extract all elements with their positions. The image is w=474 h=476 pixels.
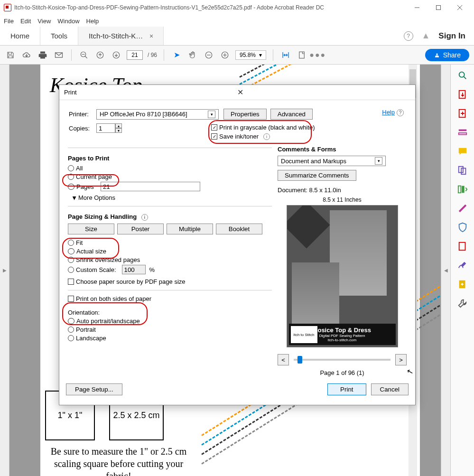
custom-scale-input[interactable] [122, 265, 146, 274]
menu-window[interactable]: Window [57, 18, 79, 25]
properties-button[interactable]: Properties [223, 109, 267, 120]
summarize-comments-button[interactable]: Summarize Comments [278, 170, 356, 181]
multiple-button[interactable]: Multiple [167, 224, 213, 234]
radio-shrink[interactable] [68, 257, 74, 263]
save-ink-label: Save ink/toner [219, 133, 259, 140]
comments-forms-header: Comments & Forms [278, 146, 407, 153]
page-number-input[interactable] [127, 50, 143, 60]
edit-pdf-icon[interactable] [457, 127, 468, 138]
minimize-button[interactable] [406, 0, 428, 15]
tab-close-icon[interactable]: × [149, 32, 153, 40]
radio-auto-orient[interactable] [68, 318, 74, 324]
help-icon[interactable]: ? [404, 31, 413, 41]
advanced-button[interactable]: Advanced [270, 109, 313, 120]
cancel-button[interactable]: Cancel [371, 383, 409, 395]
printer-dropdown[interactable]: HP OfficeJet Pro 8710 [3B6646]▾ [96, 109, 219, 120]
zoom-in-button[interactable] [219, 49, 231, 61]
tools-sidebar [450, 65, 474, 476]
page-setup-button[interactable]: Page Setup... [66, 383, 122, 395]
search-tool-icon[interactable] [457, 70, 468, 81]
page-view-icon[interactable] [296, 49, 307, 61]
cloud-icon[interactable] [21, 49, 32, 61]
maximize-button[interactable] [428, 0, 449, 15]
hand-tool-icon[interactable] [187, 49, 198, 61]
menu-help[interactable]: Help [86, 18, 99, 25]
convert-icon[interactable] [457, 279, 468, 289]
choose-paper-checkbox[interactable] [68, 279, 74, 285]
preview-slider[interactable] [294, 359, 390, 361]
save-icon[interactable] [5, 49, 16, 61]
dialog-title: Print [64, 89, 237, 96]
grayscale-checkbox[interactable]: ✓ [211, 124, 217, 131]
printer-label: Printer: [69, 111, 96, 118]
save-ink-checkbox[interactable]: ✓ [211, 133, 217, 140]
comments-forms-dropdown[interactable]: Document and Markups▾ [278, 156, 386, 166]
notifications-icon[interactable]: ▲ [422, 31, 430, 41]
preview-next-button[interactable]: > [395, 354, 407, 365]
more-options-toggle[interactable]: ▶More Options [73, 194, 272, 201]
left-panel-toggle[interactable]: ▶ [0, 65, 9, 476]
combine-icon[interactable] [457, 165, 468, 176]
print-icon[interactable] [37, 49, 48, 61]
close-button[interactable] [449, 0, 470, 15]
organize-icon[interactable] [457, 184, 468, 195]
menu-view[interactable]: View [37, 18, 51, 25]
zoom-level-dropdown[interactable]: 95.8% ▾ [235, 50, 266, 60]
page-up-icon[interactable] [94, 49, 106, 61]
poster-button[interactable]: Poster [117, 224, 164, 234]
right-panel-toggle[interactable]: ◀ [441, 65, 450, 476]
booklet-button[interactable]: Booklet [216, 224, 262, 234]
comment-icon[interactable] [457, 146, 468, 157]
app-icon [4, 4, 11, 11]
dialog-close-icon[interactable]: ✕ [237, 88, 410, 97]
more-tools-wrench-icon[interactable] [457, 298, 468, 308]
export-pdf-icon[interactable] [457, 89, 468, 100]
redact-icon[interactable] [457, 203, 468, 214]
info-icon[interactable]: i [263, 133, 270, 140]
dialog-titlebar: Print ✕ [59, 85, 415, 100]
pages-input[interactable] [101, 182, 200, 191]
page-total-label: / 96 [148, 52, 157, 58]
copies-spinner[interactable]: ▲▼ [115, 123, 122, 133]
pages-to-print-header: Pages to Print [68, 155, 272, 162]
fit-width-icon[interactable] [280, 49, 291, 61]
radio-portrait[interactable] [68, 327, 74, 333]
print-preview: Itch to Stitch Kosice Top & Dress Digita… [287, 205, 398, 347]
compress-icon[interactable] [457, 241, 468, 252]
tab-home[interactable]: Home [0, 27, 40, 45]
radio-pages[interactable] [68, 184, 74, 190]
menu-file[interactable]: File [4, 18, 14, 25]
cursor-icon: ↖ [406, 367, 414, 377]
preview-prev-button[interactable]: < [278, 354, 289, 365]
both-sides-checkbox[interactable] [68, 296, 74, 302]
svg-rect-15 [299, 52, 304, 58]
radio-actual-size[interactable] [68, 248, 74, 254]
share-button[interactable]: Share [425, 49, 469, 61]
radio-fit[interactable] [68, 240, 74, 246]
zoom-out-button[interactable] [203, 49, 214, 61]
fill-sign-icon[interactable] [457, 260, 468, 271]
copies-input[interactable] [96, 123, 115, 133]
page-down-icon[interactable] [111, 49, 122, 61]
tab-tools[interactable]: Tools [40, 27, 78, 45]
print-button[interactable]: Print [327, 383, 366, 395]
email-icon[interactable] [53, 49, 65, 61]
protect-icon[interactable] [457, 222, 468, 233]
radio-custom-scale[interactable] [68, 267, 74, 273]
svg-rect-1 [436, 6, 440, 10]
radio-current[interactable] [68, 174, 74, 180]
copies-label: Copies: [69, 125, 96, 132]
more-tools-icon[interactable]: ●●● [312, 49, 324, 61]
tab-document[interactable]: Itch-to-Stitch-Kosic... × [78, 27, 164, 45]
size-button[interactable]: Size [68, 224, 114, 234]
selection-tool-icon[interactable]: ➤ [171, 49, 182, 61]
sign-in-button[interactable]: Sign In [438, 31, 465, 41]
help-link[interactable]: Help? [382, 109, 404, 116]
radio-all[interactable] [68, 165, 74, 171]
zoom-out-icon[interactable] [78, 49, 90, 61]
info-icon[interactable]: i [141, 214, 148, 221]
menu-edit[interactable]: Edit [20, 18, 31, 25]
radio-landscape[interactable] [68, 335, 74, 341]
create-pdf-icon[interactable] [457, 108, 468, 119]
preview-dimensions: 8.5 x 11 Inches [278, 196, 407, 203]
